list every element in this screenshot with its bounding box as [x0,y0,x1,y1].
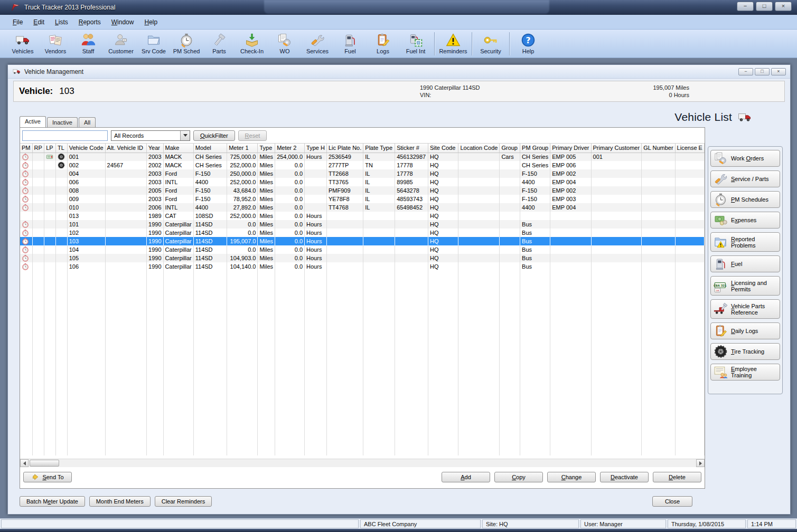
scroll-right-button[interactable] [696,459,705,467]
table-row-105[interactable]: 1051990Caterpillar114SD104,903.0Miles0.0… [20,254,705,262]
month-end-meters-button[interactable]: Month End Meters [89,496,151,507]
column-header-group[interactable]: Group [500,144,520,153]
menu-item-help[interactable]: Help [139,16,163,28]
child-close-button[interactable]: × [771,68,786,75]
dropdown-arrow-button[interactable] [180,131,190,140]
deactivate-button[interactable]: Deactivate [600,472,649,482]
toolbar-button-help[interactable]: ?Help [512,31,545,57]
sidebar-button-expenses[interactable]: Expenses [710,212,780,229]
column-header-site-code[interactable]: Site Code [428,144,458,153]
column-header-gl-number[interactable]: GL Number [642,144,675,153]
column-header-make[interactable]: Make [163,144,193,153]
table-row-103[interactable]: 1031990Caterpillar114SD195,007.0Miles0.0… [20,237,705,245]
send-to-button[interactable]: Send To [23,472,72,482]
column-header-primary-driver[interactable]: Primary Driver [550,144,591,153]
column-header-pm-group[interactable]: PM Group [520,144,550,153]
toolbar-button-check-in[interactable]: Check-In [236,31,268,57]
toolbar-button-srv-code[interactable]: Srv Code [137,31,170,57]
table-row-001[interactable]: 0012003MACKCH Series725,000.0Miles254,00… [20,153,705,161]
minimize-button[interactable]: − [737,2,754,11]
column-header-primary-customer[interactable]: Primary Customer [591,144,642,153]
menu-item-window[interactable]: Window [106,16,139,28]
menu-item-file[interactable]: File [7,16,28,28]
scroll-left-button[interactable] [20,459,29,467]
quickfilter-button[interactable]: QuickFilter [193,130,235,141]
table-row-013[interactable]: 0131989CAT108SD252,000.0Miles0.0HoursHQ [20,212,705,220]
column-header-lic-plate-no-[interactable]: Lic Plate No. [326,144,363,153]
toolbar-button-logs[interactable]: Logs [367,31,399,57]
scrollbar-track[interactable] [29,459,696,467]
toolbar-button-fuel[interactable]: Fuel [334,31,367,57]
toolbar-button-reminders[interactable]: Reminders [437,31,470,57]
sidebar-button-tire-tracking[interactable]: Tire Tracking [710,343,780,360]
menu-item-reports[interactable]: Reports [73,16,106,28]
column-header-plate-type[interactable]: Plate Type [363,144,395,153]
column-header-lp[interactable]: LP [44,144,56,153]
toolbar-button-staff[interactable]: Staff [72,31,105,57]
child-maximize-button[interactable]: □ [755,68,770,75]
add-button[interactable]: Add [442,472,490,482]
toolbar-button-parts[interactable]: Parts [203,31,236,57]
copy-button[interactable]: Copy [494,472,543,482]
toolbar-button-services[interactable]: Services [301,31,334,57]
toolbar-button-vendors[interactable]: Vendors [39,31,72,57]
toolbar-button-pm-sched[interactable]: PM Sched [170,31,203,57]
column-header-vehicle-code[interactable]: Vehicle Code [67,144,105,153]
column-header-location-code[interactable]: Location Code [458,144,500,153]
sidebar-button-vehicle-parts-reference[interactable]: Vehicle Parts Reference [710,299,780,319]
table-row-101[interactable]: 1011990Caterpillar114SD0.0Miles0.0HoursH… [20,220,705,229]
toolbar-button-wo[interactable]: WO [268,31,301,57]
child-minimize-button[interactable]: − [738,68,753,75]
quickfilter-input[interactable] [22,130,108,141]
menu-item-lists[interactable]: Lists [50,16,73,28]
table-row-102[interactable]: 1021990Caterpillar114SD0.0Miles0.0HoursH… [20,229,705,237]
table-row-009[interactable]: 0092003FordF-15078,952.0Miles0.0YE78F8IL… [20,195,705,203]
column-header-type[interactable]: Type [258,144,275,153]
scrollbar-thumb[interactable] [30,460,59,467]
toolbar-button-fuel-int[interactable]: Fuel Int [399,31,432,57]
column-header-sticker-[interactable]: Sticker # [395,144,428,153]
column-header-meter-1[interactable]: Meter 1 [227,144,258,153]
column-header-license-e[interactable]: License E [675,144,704,153]
table-row-006[interactable]: 0062003INTL4400252,000.0Miles0.0TT3765IL… [20,178,705,186]
sidebar-button-licensing-and-permits[interactable]: CBA 32108Licensing and Permits [710,276,780,296]
tab-inactive[interactable]: Inactive [47,117,78,127]
table-row-002[interactable]: 002245672002MACKCH Series252,000.0Miles0… [20,161,705,169]
menu-item-edit[interactable]: Edit [28,16,50,28]
column-header-year[interactable]: Year [146,144,163,153]
toolbar-button-security[interactable]: Security [474,31,507,57]
clear-reminders-button[interactable]: Clear Reminders [155,496,212,507]
column-header-pm[interactable]: PM [20,144,32,153]
column-header-alt-vehicle-id[interactable]: Alt. Vehicle ID [105,144,146,153]
close-button[interactable]: × [775,2,792,11]
delete-button[interactable]: Delete [653,472,701,482]
close-window-button[interactable]: Close [652,496,692,507]
maximize-button[interactable]: □ [756,2,773,11]
column-header-model[interactable]: Model [193,144,227,153]
table-row-106[interactable]: 1061990Caterpillar114SD104,140.0Miles0.0… [20,262,705,271]
column-header-type-h[interactable]: Type H [305,144,327,153]
table-row-104[interactable]: 1041990Caterpillar114SD0.0Miles0.0HoursH… [20,245,705,254]
batch-meter-update-button[interactable]: Batch Meter Update [20,496,85,507]
column-header-meter-2[interactable]: Meter 2 [275,144,305,153]
toolbar-button-customer[interactable]: Customer [105,31,137,57]
tab-active[interactable]: Active [20,116,46,127]
table-row-010[interactable]: 0102006INTL440027,892.0Miles0.0TT4768IL6… [20,203,705,212]
sidebar-button-pm-schedules[interactable]: PM Schedules [710,191,780,208]
column-header-rp[interactable]: RP [32,144,44,153]
sidebar-button-work-orders[interactable]: Work Orders [710,150,780,167]
sidebar-button-fuel[interactable]: Fuel [710,255,780,272]
tab-all[interactable]: All [79,117,96,127]
horizontal-scrollbar[interactable] [20,459,705,467]
sidebar-button-reported-problems[interactable]: Reported Problems [710,232,780,252]
table-row-004[interactable]: 0042003FordF-150250,000.0Miles0.0TT2668I… [20,169,705,178]
sidebar-button-employee-training[interactable]: Employee Training [710,364,780,381]
sidebar-button-daily-logs[interactable]: Daily Logs [710,322,780,339]
sidebar-button-service-parts[interactable]: Service / Parts [710,170,780,187]
column-header-tl[interactable]: TL [55,144,67,153]
change-button[interactable]: Change [547,472,596,482]
reset-button[interactable]: Reset [238,130,267,141]
table-row-008[interactable]: 0082005FordF-15043,684.0Miles0.0PMF909IL… [20,186,705,195]
records-dropdown[interactable]: All Records [111,130,190,141]
toolbar-button-vehicles[interactable]: Vehicles [6,31,39,57]
